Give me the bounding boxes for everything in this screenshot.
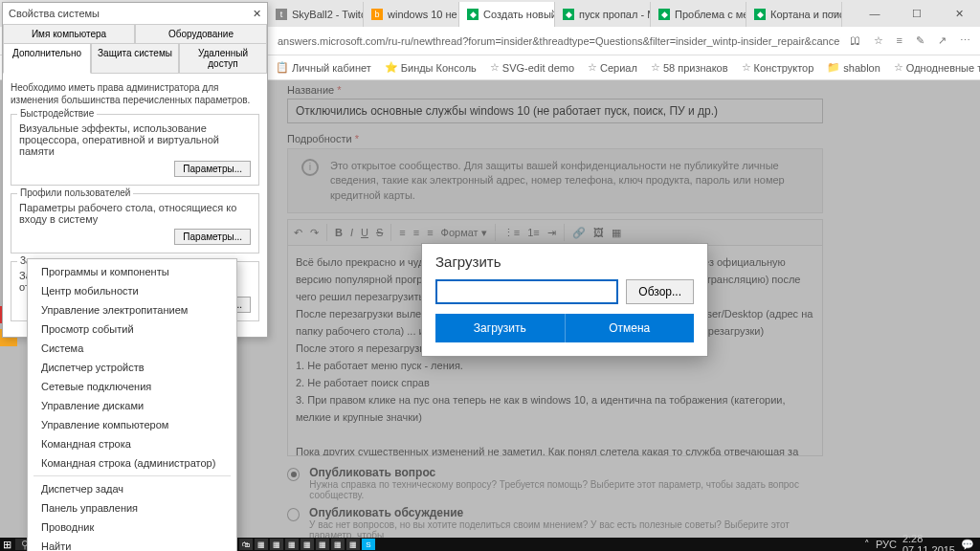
maximize-button[interactable]: ☐ [896, 0, 938, 27]
menu-item[interactable]: Система [28, 339, 236, 358]
app-icon[interactable]: ▦ [301, 539, 314, 550]
site-icon: ⭐ [385, 61, 398, 74]
tab-active[interactable]: ◆Создать новый× [459, 2, 555, 27]
hub-icon[interactable]: ≡ [897, 34, 902, 47]
params-button[interactable]: Параметры... [174, 161, 251, 177]
ms-icon: ◆ [467, 9, 479, 20]
menu-item[interactable]: Диспетчер задач [28, 479, 236, 498]
menu-item[interactable]: Панель управления [28, 498, 236, 518]
bookmark[interactable]: ☆58 признаков [651, 61, 728, 74]
folder-icon: 📁 [827, 61, 840, 74]
group-text: Параметры рабочего стола, относящиеся ко… [19, 202, 251, 225]
twitch-icon: t [276, 9, 287, 20]
app-icon[interactable]: ▦ [285, 539, 299, 550]
menu-item[interactable]: Программы и компоненты [28, 262, 236, 281]
menu-item[interactable]: Центр мобильности [28, 281, 236, 300]
lang-indicator[interactable]: РУС [876, 539, 897, 550]
site-icon: 📋 [276, 61, 289, 74]
app-icon[interactable]: ▦ [270, 539, 283, 550]
tab[interactable]: ◆Проблема с меню× [651, 2, 746, 27]
tab-protection[interactable]: Защита системы [91, 44, 179, 73]
app-icon[interactable]: ▦ [346, 539, 360, 550]
menu-item[interactable]: Найти [28, 537, 236, 551]
menu-item[interactable]: Диспетчер устройств [28, 358, 236, 377]
bookmark[interactable]: 📋Личный кабинет [276, 61, 371, 74]
skype-icon[interactable]: S [362, 539, 375, 550]
tab[interactable]: tSkyBall2 - Twitch× [268, 2, 364, 27]
more-icon[interactable]: ⋯ [960, 34, 970, 47]
reading-icon[interactable]: 🕮 [850, 34, 860, 47]
group-text: Визуальные эффекты, использование процес… [19, 122, 251, 157]
dialog-title: Свойства системы [9, 8, 100, 19]
app-icon[interactable]: ▦ [331, 539, 345, 550]
bing-icon: b [371, 9, 383, 20]
bookmark[interactable]: ☆Однодневные туры [894, 61, 980, 74]
tab[interactable]: ◆пуск пропал - Micr× [555, 2, 651, 27]
star-icon: ☆ [490, 61, 500, 74]
menu-item[interactable]: Управление дисками [28, 396, 236, 415]
tab-remote[interactable]: Удаленный доступ [179, 44, 267, 73]
ms-icon: ◆ [658, 9, 670, 20]
tab[interactable]: bwindows 10 не рабс× [364, 2, 459, 27]
file-path-input[interactable] [435, 279, 618, 304]
tray-icon[interactable]: ˄ [864, 539, 870, 551]
ms-icon: ◆ [563, 9, 574, 20]
upload-button[interactable]: Загрузить [435, 314, 565, 342]
start-button[interactable]: ⊞ [0, 538, 13, 551]
tab-hardware[interactable]: Оборудование [135, 24, 267, 43]
bookmark[interactable]: ☆Сериал [588, 61, 637, 74]
close-button[interactable]: ✕ [938, 0, 980, 27]
star-icon: ☆ [742, 61, 751, 74]
params-button[interactable]: Параметры... [174, 229, 251, 245]
favorite-icon[interactable]: ☆ [874, 34, 883, 47]
menu-item[interactable]: Проводник [28, 518, 236, 537]
tab-computer-name[interactable]: Имя компьютера [3, 24, 135, 43]
star-icon: ☆ [651, 61, 660, 74]
winx-context-menu: Программы и компоненты Центр мобильности… [27, 258, 237, 551]
ms-icon: ◆ [754, 9, 766, 20]
menu-item[interactable]: Просмотр событий [28, 320, 236, 339]
clock[interactable]: 2:2807.11.2015 [902, 533, 955, 551]
upload-dialog: Загрузить Обзор... Загрузить Отмена [421, 243, 708, 357]
group-legend: Профили пользователей [17, 187, 133, 198]
store-icon[interactable]: 🛍 [239, 539, 253, 550]
star-icon: ☆ [588, 61, 597, 74]
note-icon[interactable]: ✎ [916, 34, 924, 47]
app-icon[interactable]: ▦ [316, 539, 329, 550]
app-icon[interactable]: ▦ [255, 539, 268, 550]
menu-item[interactable]: Управление электропитанием [28, 300, 236, 320]
star-icon: ☆ [894, 61, 903, 74]
share-icon[interactable]: ↗ [938, 34, 947, 47]
dialog-title: Загрузить [422, 244, 707, 279]
menu-item[interactable]: Командная строка (администратор) [28, 453, 236, 473]
tab-advanced[interactable]: Дополнительно [3, 44, 91, 74]
cancel-button[interactable]: Отмена [565, 314, 695, 342]
more-button[interactable]: ⋯ [812, 0, 854, 27]
bookmark[interactable]: ⭐Бинды Консоль [385, 61, 477, 74]
bookmark[interactable]: ☆SVG-edit demo [490, 61, 574, 74]
minimize-button[interactable]: — [854, 0, 896, 27]
intro-text: Необходимо иметь права администратора дл… [11, 81, 259, 106]
bookmark[interactable]: 📁shablon [827, 61, 880, 74]
menu-item[interactable]: Сетевые подключения [28, 377, 236, 396]
group-legend: Быстродействие [17, 108, 97, 119]
close-icon[interactable]: ✕ [253, 8, 261, 20]
bookmark[interactable]: ☆Конструктор [742, 61, 814, 74]
menu-item[interactable]: Командная строка [28, 434, 236, 453]
menu-item[interactable]: Управление компьютером [28, 415, 236, 434]
browse-button[interactable]: Обзор... [626, 279, 694, 304]
notifications-icon[interactable]: 💬 [961, 539, 974, 551]
